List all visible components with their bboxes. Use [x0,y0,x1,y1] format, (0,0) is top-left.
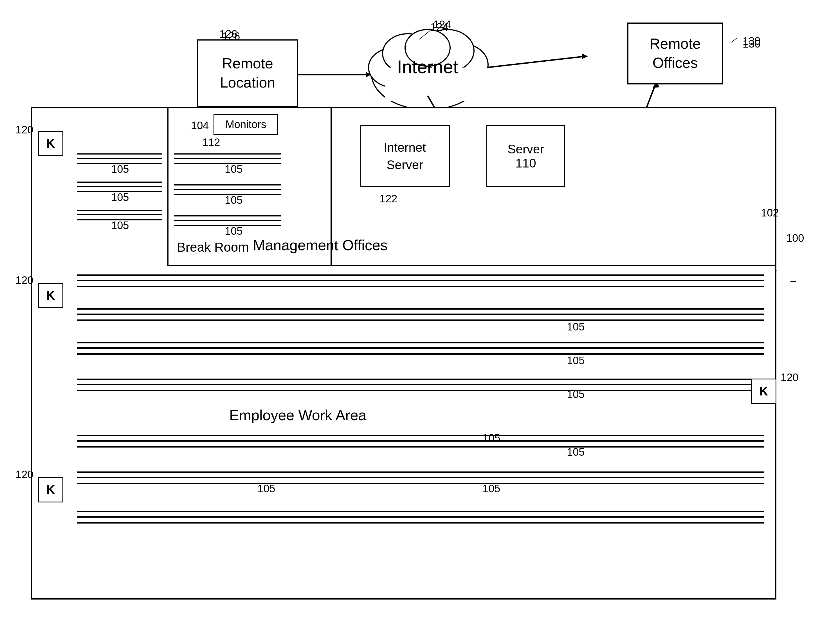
ref-105-sm-3: 105 [111,219,129,232]
ref-126-label: 126 [222,30,240,43]
ref-105-lg-1: 105 [567,321,585,333]
ref-104: 104 [191,120,209,132]
workstation-line-3 [174,215,281,226]
work-row-lg-4 [77,379,764,391]
ref-120-3: 120 [781,371,798,384]
internet-cloud [369,30,490,110]
server-box: Server110 [486,125,565,187]
work-row-lg-2 [77,308,764,321]
ref-105-lg-5: 105 [567,446,585,458]
svg-marker-12 [582,54,588,59]
svg-marker-10 [366,72,371,77]
work-row-lg-3 [77,342,764,355]
employee-work-area-label: Employee Work Area [229,407,366,424]
ref-105-sm-2: 105 [111,191,129,204]
kiosk-bottom-left: K [38,477,63,502]
kiosk-mid-left: K [38,283,63,308]
work-row-lg-1 [77,275,764,287]
svg-rect-6 [385,68,490,101]
svg-line-23 [731,38,737,42]
ref-105-lg-6: 105 [257,483,275,495]
workstation-line-2 [174,185,281,195]
workstation-line-1 [174,153,281,164]
management-offices-label: Management Offices [253,237,388,254]
svg-point-4 [421,30,474,72]
ref-105-2: 105 [225,194,243,206]
work-row-lg-5 [77,435,764,448]
ref-100: 100 [786,232,804,244]
management-offices-area: 104 Monitors 112 Break Room 105 [167,108,776,266]
monitors-box: Monitors [213,114,278,135]
ref-105-sm-1: 105 [111,163,129,175]
diagram: Internet 124 [0,0,829,644]
ref-105-1: 105 [225,163,243,175]
ref-130-label: 130 [742,35,760,47]
kiosk-top-left: K [38,131,63,156]
svg-point-0 [371,36,484,110]
ref-105-lg-2: 105 [567,355,585,367]
work-row-sm-1 [77,153,162,164]
ref-112: 112 [202,137,220,148]
work-row-lg-6 [77,472,764,484]
break-room-label: Break Room [177,240,249,255]
work-row-sm-2 [77,182,162,192]
svg-point-5 [405,30,450,66]
server-label: Server110 [507,142,544,170]
remote-location-box: RemoteLocation [197,39,298,107]
svg-point-3 [383,34,433,73]
svg-point-1 [369,48,419,87]
ref-105-lg-7: 105 [482,483,500,495]
ref-124: 124 [430,21,448,33]
remote-offices-label: RemoteOffices [649,34,701,73]
internet-server-box: InternetServer [360,125,450,187]
kiosk-right: K [751,379,776,404]
work-row-lg-7 [77,511,764,524]
internet-label: Internet [397,57,458,77]
internet-server-label: InternetServer [384,139,426,174]
ref-105-lg-3: 105 [567,388,585,401]
ref-122: 122 [380,193,397,205]
svg-point-2 [435,44,488,86]
svg-line-7 [419,30,430,39]
ref-105-lg-4: 105 [482,432,500,444]
remote-location-label: RemoteLocation [220,54,276,92]
remote-offices-box: RemoteOffices [627,22,723,84]
work-row-sm-3 [77,210,162,220]
monitors-label: Monitors [225,118,266,131]
svg-line-11 [487,56,585,68]
main-building: 100 102 104 Monitors 112 Break Room [31,107,776,600]
ref-120-1: 120 [16,124,33,136]
ref-120-2: 120 [16,275,33,287]
ref-105-3: 105 [225,225,243,237]
ref-120-4: 120 [16,469,33,481]
